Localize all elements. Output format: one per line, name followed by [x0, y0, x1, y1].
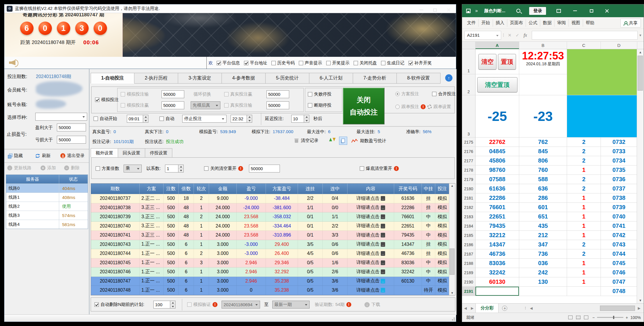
bet-content-text[interactable]: 详细请点击	[356, 269, 380, 275]
grid-cell-d2189[interactable]: 0746	[601, 268, 637, 277]
hide-button[interactable]: 隐藏	[8, 153, 23, 158]
scroll-top-icon[interactable]: ↑	[445, 74, 452, 82]
excel-minimize-icon[interactable]	[573, 10, 577, 11]
cell-c1-d1-green[interactable]	[567, 49, 637, 74]
row-header[interactable]: 2190	[462, 277, 475, 287]
row-header[interactable]: 2180	[462, 184, 475, 193]
auto-delete-spinner[interactable]	[170, 301, 176, 309]
delete-line-button[interactable]: − 删除	[64, 165, 80, 171]
plan-bet-radio[interactable]: 方案投注	[395, 90, 419, 98]
mode-select[interactable]: 先模后真	[191, 101, 220, 109]
option-item[interactable]: 平台地址	[244, 60, 267, 66]
bet-content-text[interactable]: 详细请点击	[356, 223, 380, 229]
minimize-icon[interactable]	[420, 10, 423, 10]
main-tab[interactable]: 5-历史统计	[266, 73, 309, 84]
detail-icon[interactable]: ⋯	[381, 260, 385, 265]
grid-cell-a2184[interactable]: 79435	[475, 221, 519, 231]
grid-cell-b2176[interactable]: 845	[519, 147, 567, 156]
hscroll-left-icon[interactable]: ◀	[530, 306, 533, 310]
auto-start-checkbox[interactable]: 自动开始	[94, 115, 117, 123]
option-checkbox[interactable]	[381, 61, 385, 65]
option-item[interactable]: 补齐开奖	[408, 60, 432, 66]
cell-b1[interactable]: 12:27:53 2024.01.18 星期四	[519, 49, 567, 74]
main-tab[interactable]: 4-参考数据	[222, 73, 266, 84]
stop-mode-select[interactable]: 停止投注	[182, 115, 227, 123]
sim-win-input[interactable]: 50000	[162, 101, 184, 109]
follow-bet-radio-dot[interactable]	[395, 105, 400, 109]
plan-bet-radio-dot[interactable]	[395, 92, 400, 96]
fail-stop-checkbox[interactable]: 失败停投	[308, 90, 331, 98]
page-layout-view-icon[interactable]	[576, 316, 580, 319]
resize-grip[interactable]	[451, 317, 455, 321]
sub-tab[interactable]: 额外设置	[91, 148, 118, 158]
sim-lose-checkbox[interactable]: 模拟投注输	[121, 90, 149, 98]
save-icon[interactable]	[466, 9, 471, 13]
column-header-c[interactable]: C	[567, 42, 601, 49]
option-item[interactable]: 历史号码	[271, 60, 295, 66]
grid-cell-c2186[interactable]: 2	[567, 240, 601, 249]
main-tab[interactable]: 2-执行历程	[134, 73, 178, 84]
grid-cell-d2177[interactable]: 0734	[601, 156, 637, 165]
merge-bet-box[interactable]	[432, 92, 436, 96]
grid-cell-d2178[interactable]: 0735	[601, 165, 637, 175]
column-header-a[interactable]: A	[475, 42, 519, 49]
cell-c3-d3-cyan[interactable]	[567, 95, 637, 138]
clear-pin-button[interactable]: 清空置顶	[477, 77, 517, 92]
grid-cell-a2177[interactable]: 45806	[475, 156, 519, 165]
real-lose-input[interactable]: 50000	[266, 101, 289, 109]
zoom-in-icon[interactable]: +	[626, 315, 628, 320]
grid-cell-c2180[interactable]: 2	[567, 184, 601, 193]
grid-cell-c2190[interactable]: 1	[567, 277, 601, 287]
auto-delete-input[interactable]: 100	[153, 301, 170, 309]
grid-cell-d2180[interactable]: 0737	[601, 184, 637, 193]
factor-input[interactable]: 1	[165, 165, 178, 172]
option-checkbox[interactable]	[354, 61, 358, 65]
bet-row[interactable]: 2024011807441.正一 ...500623.000-3.00026.4…	[91, 249, 455, 258]
name-box[interactable]: A2191	[464, 31, 501, 40]
grid-cell-a2183[interactable]: 22651	[475, 212, 519, 221]
option-checkbox[interactable]	[244, 61, 248, 65]
ribbon-display-icon[interactable]: ↑	[557, 9, 561, 13]
speaker-icon[interactable]	[9, 59, 19, 66]
add-line-button[interactable]: + 添加	[41, 165, 56, 171]
bet-row[interactable]: 2024011807461.正一 ...500613.0002.94632.29…	[91, 267, 455, 277]
cell-a1[interactable]: 清空 置顶	[475, 49, 519, 74]
share-button[interactable]: 共享	[620, 19, 641, 27]
grid-cell-d2187[interactable]: 0744	[601, 249, 637, 259]
sheet-prev-icon[interactable]: ◀	[464, 306, 467, 310]
auto-delete-checkbox[interactable]: 自动删除N期前的计划:	[94, 301, 144, 309]
grid-cell-c2188[interactable]: 1	[567, 259, 601, 268]
detail-icon[interactable]: ⋯	[381, 288, 385, 292]
grid-cell-b2191[interactable]	[519, 287, 567, 296]
main-tab[interactable]: 6-人工计划	[309, 73, 353, 84]
detail-icon[interactable]: ⋯	[381, 279, 385, 283]
server-row[interactable]: 线路3574ms	[6, 211, 88, 220]
loss-threshold-input[interactable]: 50000	[57, 136, 86, 144]
row-header[interactable]: 2178	[462, 165, 475, 175]
sort-arrows-icon[interactable]	[329, 138, 336, 141]
normal-view-icon[interactable]	[568, 316, 573, 319]
burst-clear-box[interactable]	[360, 166, 364, 171]
multiply-select[interactable]: 乘	[124, 165, 142, 172]
ribbon-tab[interactable]: 公式	[526, 19, 540, 27]
grid-cell-a2186[interactable]: 14347	[475, 240, 519, 249]
option-checkbox[interactable]	[217, 61, 221, 65]
follow-bet-radio[interactable]: 跟单投注!跟单设置	[395, 103, 451, 111]
sheet-next-icon[interactable]: ▶	[471, 306, 473, 310]
auto-checkbox[interactable]: 自动	[159, 115, 174, 123]
grid-cell-b2181[interactable]: 286	[519, 193, 567, 203]
grid-cell-d2175[interactable]: 0732	[601, 138, 637, 147]
grid-cell-a2181[interactable]: 22286	[475, 193, 519, 203]
sim-verify-box[interactable]	[187, 302, 192, 307]
hscroll-right-icon[interactable]: ▶	[638, 306, 641, 310]
grid-cell-b2177[interactable]: 806	[519, 156, 567, 165]
sim-win-box[interactable]	[121, 103, 125, 108]
row-header[interactable]: 3	[462, 95, 475, 138]
grid-cell-c2181[interactable]: 1	[567, 193, 601, 203]
formula-cancel-icon[interactable]: ✕	[508, 33, 512, 38]
sim-lose-input[interactable]: 50000	[162, 90, 184, 98]
grid-cell-d2179[interactable]: 0736	[601, 175, 637, 184]
tab-options-icon[interactable]: ⁞	[525, 306, 526, 310]
row-header[interactable]: 2185	[462, 231, 475, 240]
grid-cell-b2180[interactable]: 636	[519, 184, 567, 193]
